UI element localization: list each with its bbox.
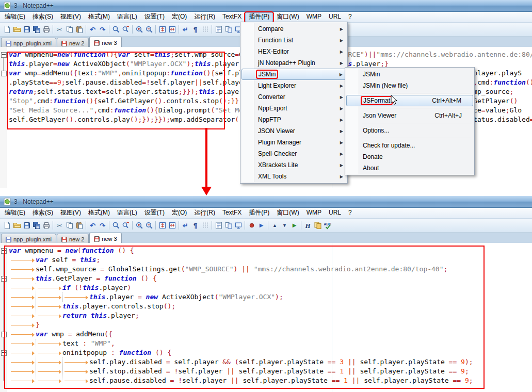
toolbar-find-icon[interactable] — [111, 25, 121, 35]
code-line[interactable]: oninitpopup : function () { — [9, 348, 171, 357]
toolbar-sync-vertical-icon[interactable] — [157, 25, 167, 35]
toolbar-open-icon[interactable] — [12, 221, 22, 231]
fold-collapse-marker[interactable] — [1, 71, 7, 76]
menubar-item-url[interactable]: URL — [325, 12, 345, 22]
editor-formatted-code[interactable]: var wmpmenu = new(function () {var self … — [0, 243, 532, 392]
menubar-item-macro[interactable]: 宏(O) — [168, 12, 190, 22]
jsmin-submenu-item-options[interactable]: Options... — [346, 125, 473, 136]
menubar-item-help[interactable]: ? — [345, 208, 356, 218]
plugins-menu-item-xbrackets-lite[interactable]: XBrackets Lite▶ — [241, 159, 346, 171]
toolbar-file-monitor-icon[interactable] — [233, 221, 243, 231]
toolbar-indent-guides-icon[interactable] — [200, 25, 210, 35]
toolbar-print-icon[interactable] — [41, 25, 51, 35]
jsmin-submenu-item-jsmin[interactable]: JSMin — [346, 69, 473, 80]
jsmin-submenu-item-jsmin-new-file[interactable]: JSMin (New file) — [346, 80, 473, 91]
code-area[interactable]: var wmpmenu = new(function () {var self … — [7, 243, 532, 392]
menubar-item-settings[interactable]: 设置(T) — [141, 208, 168, 218]
plugins-menu-item-compare[interactable]: Compare▶ — [241, 23, 346, 35]
menubar-item-view[interactable]: 视图(V) — [57, 208, 85, 218]
toolbar-print-icon[interactable] — [41, 221, 51, 231]
code-line[interactable]: this.player.controls.stop(); — [9, 302, 175, 311]
toolbar-open-icon[interactable] — [12, 25, 22, 35]
toolbar-doc-switcher-icon[interactable] — [223, 221, 233, 231]
toolbar-cut-icon[interactable]: ✂ — [55, 221, 65, 231]
code-line[interactable]: this.player = new ActiveXObject("WMPlaye… — [9, 292, 283, 302]
menubar-item-wmp[interactable]: WMP — [303, 12, 325, 22]
toolbar-save-all-icon[interactable] — [31, 25, 41, 35]
menubar-item-run[interactable]: 运行(R) — [190, 12, 219, 22]
menubar-item-run[interactable]: 运行(R) — [190, 208, 219, 218]
toolbar-indent-guides-icon[interactable] — [200, 221, 210, 231]
toolbar-sort-ascending-icon[interactable]: ▲ — [270, 221, 280, 231]
code-line[interactable]: var wmp = addMenu({ — [9, 330, 112, 339]
toolbar-sync-horizontal-icon[interactable] — [167, 25, 177, 35]
toolbar-run-command-icon[interactable]: ▶ — [289, 221, 299, 231]
fold-collapse-marker[interactable] — [1, 276, 7, 282]
menubar-item-view[interactable]: 视图(V) — [57, 12, 85, 22]
toolbar-function-list-icon[interactable] — [214, 25, 223, 35]
code-line[interactable]: text : "WMP", — [9, 339, 115, 348]
toolbar-word-wrap-icon[interactable]: ↵ — [181, 221, 190, 231]
plugins-menu-item-converter[interactable]: Converter▶ — [241, 91, 346, 103]
menubar-item-language[interactable]: 语言(L) — [114, 12, 141, 22]
plugins-menu-item-nppexport[interactable]: NppExport▶ — [241, 103, 346, 114]
code-line[interactable]: var wmpmenu = new(function () { — [9, 246, 134, 255]
toolbar-undo-icon[interactable]: ↶ — [88, 221, 98, 231]
menubar-item-language[interactable]: 语言(L) — [114, 208, 141, 218]
menubar-item-format[interactable]: 格式(M) — [85, 12, 114, 22]
toolbar-paste-icon[interactable] — [74, 221, 84, 231]
toolbar-find-icon[interactable] — [111, 221, 121, 231]
fold-collapse-marker[interactable] — [1, 332, 7, 337]
code-line[interactable]: self.stop.disabled = !self.player || sel… — [9, 367, 469, 376]
toolbar-cut-icon[interactable]: ✂ — [55, 25, 65, 35]
toolbar-sync-vertical-icon[interactable] — [157, 221, 167, 231]
menubar-item-search[interactable]: 搜索(S) — [29, 208, 57, 218]
toolbar-save-icon[interactable] — [22, 25, 31, 35]
toolbar-sort-descending-icon[interactable]: ▼ — [280, 221, 289, 231]
plugins-menu-item-json-viewer[interactable]: JSON Viewer▶ — [241, 125, 346, 137]
plugins-menu-item-plugin-manager[interactable]: Plugin Manager▶ — [241, 137, 346, 148]
toolbar-redo-icon[interactable]: ↷ — [98, 221, 107, 231]
plugins-menu-item-jsmin[interactable]: JSMin▶ — [241, 69, 346, 80]
menubar-item-window[interactable]: 窗口(W) — [273, 12, 302, 22]
menubar-item-edit[interactable]: 编辑(E) — [1, 12, 29, 22]
toolbar-redo-icon[interactable]: ↷ — [98, 25, 107, 35]
titlebar[interactable]: 3 - Notepad++ — [0, 196, 532, 208]
fold-collapse-marker[interactable] — [1, 248, 7, 254]
menubar-item-settings[interactable]: 设置(T) — [141, 12, 168, 22]
menubar-item-url[interactable]: URL — [325, 208, 345, 218]
jsmin-submenu-item-about[interactable]: About — [346, 162, 473, 174]
code-line[interactable]: } — [9, 320, 40, 330]
menubar-item-plugins[interactable]: 插件(P) — [245, 12, 273, 22]
code-line[interactable]: self.wmp_source = GlobalSettings.get("WM… — [9, 265, 447, 274]
toolbar-save-icon[interactable] — [22, 221, 31, 231]
menubar-item-macro[interactable]: 宏(O) — [168, 208, 190, 218]
code-line[interactable]: self.play.disabled = self.player && (sel… — [9, 357, 473, 367]
plugins-menu-item-spell-checker[interactable]: Spell-Checker▶ — [241, 148, 346, 159]
toolbar-zoom-in-icon[interactable] — [134, 221, 144, 231]
jsmin-submenu-item-donate[interactable]: Donate — [346, 151, 473, 162]
plugins-menu-item-xml-tools[interactable]: XML Tools▶ — [241, 171, 346, 182]
toolbar-function-list-icon[interactable] — [214, 221, 223, 231]
menubar-item-window[interactable]: 窗口(W) — [273, 208, 302, 218]
jsmin-submenu-item-check-for-update[interactable]: Check for update... — [346, 140, 473, 151]
titlebar[interactable]: 3 - Notepad++ — [0, 0, 532, 12]
jsmin-submenu-item-jsformat[interactable]: JSFormatCtrl+Alt+M — [346, 95, 473, 106]
toolbar-replace-icon[interactable] — [121, 25, 131, 35]
plugins-menu-item-function-list[interactable]: Function List▶ — [241, 35, 346, 46]
code-line[interactable]: if (!this.player) — [9, 283, 131, 292]
menubar-item-plugins[interactable]: 插件(P) — [245, 208, 273, 218]
toolbar-macro-record-icon[interactable] — [247, 221, 256, 231]
toolbar-show-symbols-icon[interactable]: ¶ — [190, 25, 200, 35]
toolbar-replace-icon[interactable] — [121, 221, 131, 231]
fold-collapse-marker[interactable] — [1, 52, 7, 58]
toolbar-save-all-icon[interactable] — [31, 221, 41, 231]
menubar-item-edit[interactable]: 编辑(E) — [1, 208, 29, 218]
plugins-menu-item-hex-editor[interactable]: HEX-Editor▶ — [241, 46, 346, 57]
menubar-item-textfx[interactable]: TextFX — [219, 12, 245, 22]
toolbar-zoom-out-icon[interactable] — [144, 25, 154, 35]
toolbar-docs-recent-icon[interactable] — [313, 221, 323, 231]
fold-collapse-marker[interactable] — [1, 350, 7, 356]
plugins-menu-item-jn-notepad-plugin[interactable]: jN Notepad++ Plugin▶ — [241, 57, 346, 69]
menubar-item-wmp[interactable]: WMP — [303, 208, 325, 218]
